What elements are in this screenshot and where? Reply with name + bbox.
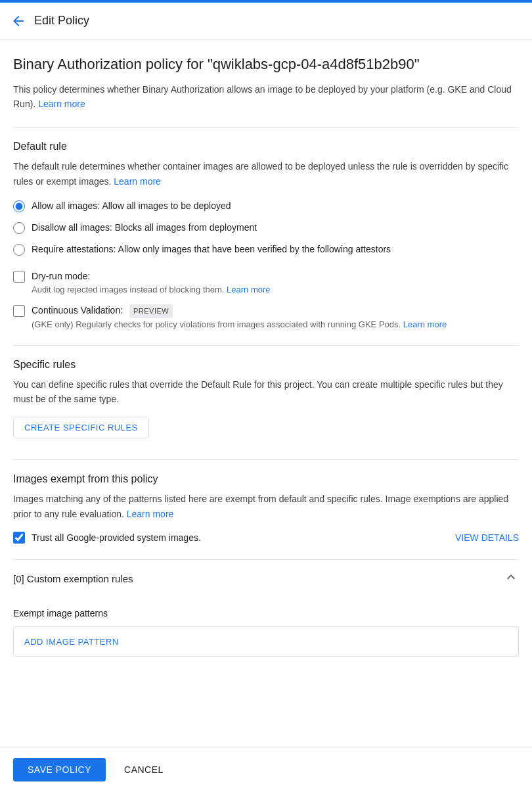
radio-disallow-all: Disallow all images: Blocks all images f… — [13, 221, 519, 235]
specific-rules-section: Specific rules You can define specific r… — [13, 359, 519, 439]
continuous-validation-sublabel: (GKE only) Regularly checks for policy v… — [32, 319, 447, 329]
page-title: Edit Policy — [34, 14, 89, 28]
continuous-validation-learn-more[interactable]: Learn more — [403, 319, 447, 329]
dry-run-sublabel: Audit log rejected images instead of blo… — [32, 285, 271, 294]
radio-allow-all-label[interactable]: Allow all images: Allow all images to be… — [32, 199, 231, 213]
exempt-learn-more[interactable]: Learn more — [127, 509, 174, 519]
default-rule-title: Default rule — [13, 141, 519, 152]
trust-checkbox-container: Trust all Google-provided system images. — [13, 532, 441, 544]
cancel-button[interactable]: CANCEL — [114, 758, 174, 781]
preview-badge: PREVIEW — [129, 304, 173, 318]
exempt-patterns-section: Exempt image patterns ADD IMAGE PATTERN — [13, 597, 519, 667]
divider-1 — [13, 127, 519, 128]
radio-require-attestations-label[interactable]: Require attestations: Allow only images … — [32, 243, 391, 256]
dry-run-checkbox[interactable] — [13, 271, 25, 283]
radio-disallow-all-input[interactable] — [13, 222, 25, 234]
radio-allow-all-input[interactable] — [13, 200, 25, 212]
trust-row: Trust all Google-provided system images.… — [13, 532, 519, 544]
divider-3 — [13, 459, 519, 460]
exempt-section: Images exempt from this policy Images ma… — [13, 473, 519, 544]
dry-run-item: Dry-run mode: Audit log rejected images … — [13, 269, 519, 294]
divider-2 — [13, 345, 519, 346]
continuous-validation-checkbox[interactable] — [13, 305, 25, 317]
trust-google-label[interactable]: Trust all Google-provided system images. — [32, 532, 201, 543]
chevron-up-icon — [503, 569, 519, 588]
exempt-patterns-title: Exempt image patterns — [13, 608, 519, 618]
specific-rules-desc: You can define specific rules that overr… — [13, 377, 519, 407]
policy-learn-more-link[interactable]: Learn more — [38, 99, 85, 109]
exempt-section-desc: Images matching any of the patterns list… — [13, 492, 519, 521]
back-button[interactable] — [11, 13, 26, 29]
radio-group: Allow all images: Allow all images to be… — [13, 199, 519, 256]
radio-require-attestations-input[interactable] — [13, 244, 25, 256]
radio-disallow-all-label[interactable]: Disallow all images: Blocks all images f… — [32, 221, 257, 235]
add-image-pattern-button[interactable]: ADD IMAGE PATTERN — [24, 637, 119, 647]
collapsible-title: [0] Custom exemption rules — [13, 573, 133, 584]
custom-exemption-section: [0] Custom exemption rules Exempt image … — [13, 559, 519, 667]
save-policy-button[interactable]: SAVE POLICY — [13, 758, 106, 781]
action-bar: SAVE POLICY CANCEL — [0, 747, 532, 792]
default-rule-learn-more[interactable]: Learn more — [114, 176, 161, 187]
default-rule-desc: The default rule determines whether cont… — [13, 159, 519, 189]
checkbox-section: Dry-run mode: Audit log rejected images … — [13, 269, 519, 329]
dry-run-label[interactable]: Dry-run mode: — [32, 271, 90, 281]
policy-description: This policy determines whether Binary Au… — [13, 82, 519, 112]
create-specific-rules-button[interactable]: CREATE SPECIFIC RULES — [13, 417, 149, 438]
collapsible-header[interactable]: [0] Custom exemption rules — [13, 559, 519, 597]
continuous-validation-label[interactable]: Continuous Validation: PREVIEW — [32, 305, 173, 315]
continuous-validation-item: Continuous Validation: PREVIEW (GKE only… — [13, 304, 519, 329]
exempt-section-title: Images exempt from this policy — [13, 473, 519, 485]
dry-run-learn-more[interactable]: Learn more — [227, 285, 270, 294]
header: Edit Policy — [0, 3, 532, 39]
trust-google-checkbox[interactable] — [13, 532, 25, 544]
policy-title: Binary Authorization policy for "qwiklab… — [13, 55, 519, 74]
radio-require-attestations: Require attestations: Allow only images … — [13, 243, 519, 256]
view-details-link[interactable]: VIEW DETAILS — [455, 532, 519, 543]
specific-rules-title: Specific rules — [13, 359, 519, 371]
add-pattern-box: ADD IMAGE PATTERN — [13, 626, 519, 657]
radio-allow-all: Allow all images: Allow all images to be… — [13, 199, 519, 213]
